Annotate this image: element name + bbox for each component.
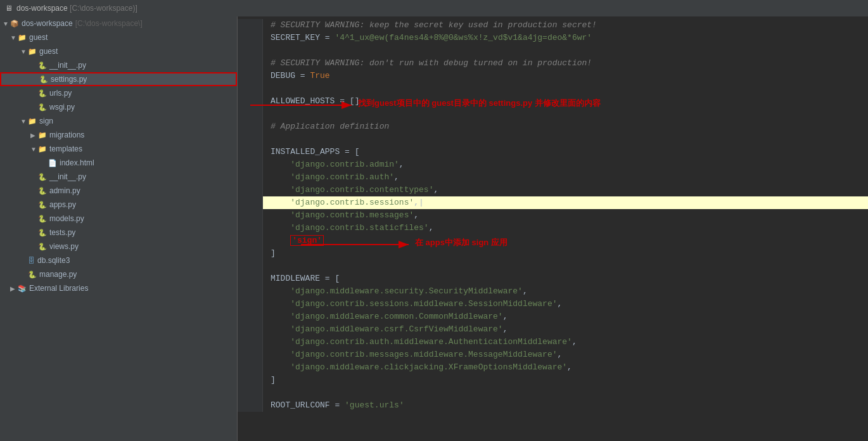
sidebar-label: sign — [39, 117, 53, 125]
sidebar-item-migrations[interactable]: ▶ 📁 migrations — [0, 128, 237, 142]
code-line: SECRET_KEY = '4^1_ux@ew(fa4nes4&+8%@0&ws… — [238, 32, 868, 44]
sidebar-label: External Libraries — [29, 284, 88, 293]
code-line: MIDDLEWARE = [ — [238, 272, 868, 285]
sidebar-item-index-html[interactable]: 📄 index.html — [0, 156, 237, 170]
py-file-icon: 🐍 — [38, 229, 47, 237]
sidebar-label: guest — [29, 33, 48, 42]
code-line — [238, 260, 868, 272]
py-file-icon: 🐍 — [38, 89, 47, 98]
expand-icon: ▼ — [20, 48, 27, 55]
sidebar-label: db.sqlite3 — [37, 256, 70, 265]
py-file-icon: 🐍 — [38, 243, 47, 251]
sidebar-item-settings-py[interactable]: 🐍 settings.py — [0, 72, 237, 86]
title-bar: 🖥 dos-workspace [C:\dos-workspace)] — [0, 0, 868, 16]
folder-icon: 📁 — [38, 145, 47, 153]
code-line: 'django.contrib.auth.middleware.Authenti… — [238, 336, 868, 348]
sidebar-item-init-py-2[interactable]: 🐍 __init__.py — [0, 170, 237, 184]
code-line: 'django.middleware.clickjacking.XFrameOp… — [238, 361, 868, 374]
sidebar-label: __init__.py — [49, 61, 86, 70]
file-tree[interactable]: ▼ 📦 dos-workspace [C:\dos-workspace\] ▼ … — [0, 16, 238, 441]
sidebar-item-init-py-1[interactable]: 🐍 __init__.py — [0, 58, 237, 72]
sidebar-item-apps-py[interactable]: 🐍 apps.py — [0, 198, 237, 212]
library-icon: 📚 — [18, 284, 27, 293]
code-editor[interactable]: # SECURITY WARNING: keep the secret key … — [238, 16, 868, 441]
sidebar-item-templates[interactable]: ▼ 📁 templates — [0, 142, 237, 156]
code-line: 'django.contrib.messages', — [238, 209, 868, 222]
code-line: # SECURITY WARNING: don't run with debug… — [238, 57, 868, 70]
sidebar-label: manage.py — [39, 270, 77, 279]
project-icon: 🖥 — [5, 4, 13, 13]
sidebar-label: tests.py — [49, 228, 75, 237]
code-line: 'django.contrib.contenttypes', — [238, 184, 868, 196]
sidebar-label: index.html — [60, 158, 94, 167]
code-line: 'django.middleware.common.CommonMiddlewa… — [238, 310, 868, 323]
expand-icon: ▶ — [30, 132, 37, 139]
code-line: # Application definition — [238, 120, 868, 133]
sidebar-label: migrations — [49, 131, 84, 139]
code-line — [238, 133, 868, 146]
py-file-icon: 🐍 — [38, 187, 47, 195]
sidebar-path: [C:\dos-workspace\] — [75, 19, 143, 28]
editor-content: # SECURITY WARNING: keep the secret key … — [238, 16, 868, 414]
py-file-icon: 🐍 — [38, 61, 47, 70]
sidebar-label: dos-workspace — [22, 19, 73, 28]
expand-icon: ▼ — [3, 20, 9, 27]
sidebar-item-guest-inner[interactable]: ▼ 📁 guest — [0, 44, 237, 58]
code-line: 'django.contrib.auth', — [238, 171, 868, 184]
code-line — [238, 82, 868, 95]
sidebar-label: urls.py — [49, 89, 72, 98]
sidebar-label: models.py — [49, 214, 84, 223]
folder-icon: 📁 — [38, 131, 47, 139]
py-file-icon: 🐍 — [38, 201, 47, 209]
code-line — [238, 387, 868, 399]
db-file-icon: 🗄 — [28, 257, 35, 264]
main-layout: ▼ 📦 dos-workspace [C:\dos-workspace\] ▼ … — [0, 16, 868, 441]
code-line: 'django.contrib.messages.middleware.Mess… — [238, 348, 868, 361]
sidebar-label: wsgi.py — [49, 103, 75, 112]
sidebar-item-sign[interactable]: ▼ 📁 sign — [0, 114, 237, 128]
sidebar-item-views-py[interactable]: 🐍 views.py — [0, 240, 237, 253]
code-line: 'django.contrib.staticfiles', — [238, 222, 868, 234]
sidebar-item-wsgi-py[interactable]: 🐍 wsgi.py — [0, 100, 237, 114]
title-text: dos-workspace [C:\dos-workspace)] — [16, 4, 137, 13]
expand-icon: ▼ — [20, 118, 27, 125]
code-line: 'django.contrib.sessions.middleware.Sess… — [238, 298, 868, 310]
code-line: # SECURITY WARNING: keep the secret key … — [238, 19, 868, 32]
code-line: DEBUG = True — [238, 70, 868, 82]
code-line: 'django.middleware.csrf.CsrfViewMiddlewa… — [238, 323, 868, 336]
sidebar-item-db-sqlite3[interactable]: 🗄 db.sqlite3 — [0, 253, 237, 267]
project-folder-icon: 📦 — [10, 20, 19, 28]
sidebar-item-models-py[interactable]: 🐍 models.py — [0, 212, 237, 226]
code-line-sessions: 'django.contrib.sessions',| — [238, 196, 868, 209]
code-line — [238, 108, 868, 120]
expand-icon: ▶ — [10, 285, 16, 292]
expand-icon: ▼ — [30, 146, 37, 153]
sidebar-item-manage-py[interactable]: 🐍 manage.py — [0, 267, 237, 281]
code-line-allowed-hosts: ALLOWED_HOSTS = [] — [238, 95, 868, 108]
code-line — [238, 44, 868, 57]
sidebar-label: admin.py — [49, 186, 80, 195]
sidebar-item-dos-workspace[interactable]: ▼ 📦 dos-workspace [C:\dos-workspace\] — [0, 16, 237, 30]
sidebar-label: views.py — [49, 242, 79, 251]
sidebar-item-guest-root[interactable]: ▼ 📁 guest — [0, 30, 237, 44]
py-file-icon: 🐍 — [39, 75, 48, 84]
sidebar-item-admin-py[interactable]: 🐍 admin.py — [0, 184, 237, 198]
sidebar-item-tests-py[interactable]: 🐍 tests.py — [0, 226, 237, 240]
folder-icon: 📁 — [18, 34, 27, 42]
sidebar-item-urls-py[interactable]: 🐍 urls.py — [0, 86, 237, 100]
sidebar-label: apps.py — [49, 200, 76, 209]
code-line: 'django.middleware.security.SecurityMidd… — [238, 285, 868, 298]
sidebar-item-external-libraries[interactable]: ▶ 📚 External Libraries — [0, 281, 237, 295]
sidebar-label: templates — [49, 144, 82, 153]
sidebar-label: guest — [39, 47, 58, 56]
code-line-root-urlconf: ROOT_URLCONF = 'guest.urls' — [238, 399, 868, 412]
sidebar-label: settings.py — [51, 75, 87, 84]
sidebar-label: __init__.py — [49, 172, 86, 181]
code-line: ] — [238, 247, 868, 260]
py-file-icon: 🐍 — [38, 215, 47, 223]
expand-icon: ▼ — [10, 34, 16, 41]
folder-icon: 📁 — [28, 117, 37, 125]
py-file-icon: 🐍 — [28, 271, 37, 279]
py-file-icon: 🐍 — [38, 173, 47, 181]
py-file-icon: 🐍 — [38, 103, 47, 112]
